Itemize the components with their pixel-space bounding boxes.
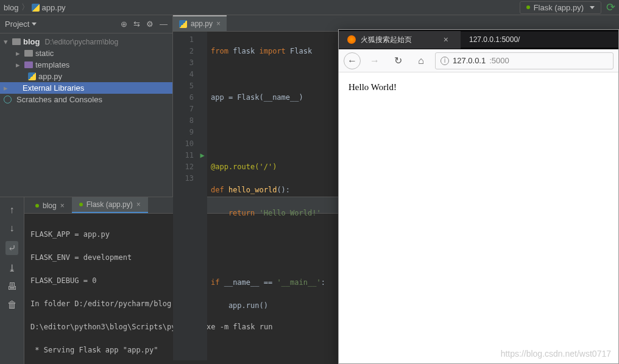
python-file-icon: [28, 72, 36, 80]
site-info-icon[interactable]: i: [440, 57, 449, 65]
chevron-right-icon: 〉: [21, 2, 29, 13]
library-icon: [12, 84, 20, 92]
top-breadcrumb-bar: blog 〉 app.py Flask (app.py) ⟳: [0, 0, 619, 15]
page-body-text: Hello World!: [348, 82, 397, 92]
run-config-label: Flask (app.py): [534, 3, 584, 12]
tree-root-path: D:\editor\pycharm\blog: [44, 38, 118, 46]
watermark-text: https://blog.csdn.net/wst0717: [501, 349, 611, 359]
back-button[interactable]: ←: [344, 52, 361, 69]
python-file-icon: [32, 4, 40, 12]
running-status-icon: [79, 203, 83, 206]
chevron-down-icon: [590, 6, 595, 9]
print-icon[interactable]: 🖶: [7, 281, 17, 292]
address-host: 127.0.0.1: [453, 56, 486, 65]
address-port: :5000: [489, 56, 509, 65]
forward-button[interactable]: →: [366, 52, 384, 70]
editor-tab-app[interactable]: app.py ×: [173, 15, 227, 31]
breadcrumb-root[interactable]: blog: [4, 3, 19, 12]
reload-button[interactable]: ↻: [389, 52, 407, 70]
browser-page-content: Hello World!: [339, 72, 618, 102]
browser-toolbar: ← → ↻ ⌂ i 127.0.0.1:5000: [339, 49, 618, 72]
python-file-icon: [179, 20, 187, 28]
breadcrumb-file-label: app.py: [42, 3, 66, 12]
soft-wrap-icon[interactable]: ⤶: [5, 241, 18, 255]
running-status-icon: [35, 204, 39, 208]
gutter-markers: ▶: [197, 32, 207, 360]
chevron-right-icon: ▸: [16, 60, 22, 69]
breadcrumb: blog 〉 app.py: [4, 2, 66, 13]
address-bar[interactable]: i 127.0.0.1:5000: [435, 52, 614, 69]
project-panel-title[interactable]: Project: [5, 19, 29, 29]
firefox-icon: [347, 35, 356, 44]
project-tool-window: Project ⊕ ⇆ ⚙ — ▾ blog D:\editor\pycharm…: [0, 15, 173, 197]
hide-icon[interactable]: —: [160, 19, 168, 29]
tree-external-libraries-label: External Libraries: [23, 83, 84, 93]
tree-folder-templates[interactable]: ▸ templates: [0, 59, 172, 71]
chevron-right-icon: ▸: [4, 83, 10, 93]
home-button[interactable]: ⌂: [412, 52, 430, 70]
chevron-down-icon[interactable]: [32, 23, 37, 26]
chevron-down-icon: ▾: [4, 37, 10, 46]
close-icon[interactable]: ×: [216, 19, 221, 28]
tree-scratches-label: Scratches and Consoles: [16, 95, 102, 104]
run-sidebar-actions: ↑ ↓ ⤶ ⤓ 🖶 🗑: [0, 197, 24, 364]
run-tab-flask[interactable]: Flask (app.py) ×: [72, 197, 148, 213]
folder-icon: [24, 50, 33, 57]
tree-root-folder[interactable]: ▾ blog D:\editor\pycharm\blog: [0, 36, 172, 47]
browser-tab-localhost[interactable]: 127.0.0.1:5000/: [461, 32, 618, 47]
browser-tab-label: 火狐搜索起始页: [361, 35, 412, 45]
browser-tab-startpage[interactable]: 火狐搜索起始页 ×: [339, 31, 461, 49]
run-configuration-selector[interactable]: Flask (app.py): [520, 1, 601, 14]
locate-icon[interactable]: ⊕: [121, 19, 127, 29]
run-tab-label: Flask (app.py): [87, 200, 133, 209]
tree-folder-label: static: [35, 49, 54, 58]
folder-icon: [12, 38, 21, 45]
tree-folder-label: templates: [35, 60, 69, 69]
browser-tab-label: 127.0.0.1:5000/: [469, 35, 520, 44]
line-number-gutter: 123 456 789 101112 13: [173, 32, 197, 360]
scroll-down-icon[interactable]: ↓: [10, 223, 15, 234]
chevron-right-icon: ▸: [16, 49, 22, 58]
firefox-browser-window: 火狐搜索起始页 × 127.0.0.1:5000/ ← → ↻ ⌂ i 127.…: [338, 29, 619, 364]
tree-file-label: app.py: [38, 72, 62, 81]
scratches-icon: [4, 96, 12, 103]
close-icon[interactable]: ×: [60, 201, 65, 210]
collapse-icon[interactable]: ⇆: [133, 19, 140, 29]
breadcrumb-file[interactable]: app.py: [32, 3, 66, 12]
scroll-up-icon[interactable]: ↑: [10, 205, 15, 215]
run-tab-label: blog: [43, 201, 57, 210]
tree-external-libraries[interactable]: ▸ External Libraries: [0, 82, 172, 94]
scroll-to-end-icon[interactable]: ⤓: [8, 262, 16, 274]
project-panel-header: Project ⊕ ⇆ ⚙ —: [0, 15, 172, 33]
close-icon[interactable]: ×: [444, 35, 448, 44]
gear-icon[interactable]: ⚙: [146, 19, 154, 29]
editor-tab-label: app.py: [191, 19, 213, 28]
running-status-icon: [526, 5, 530, 9]
trash-icon[interactable]: 🗑: [7, 299, 17, 310]
browser-tab-strip: 火狐搜索起始页 × 127.0.0.1:5000/: [339, 30, 618, 49]
run-gutter-icon[interactable]: ▶: [197, 150, 207, 161]
close-icon[interactable]: ×: [136, 200, 141, 209]
project-tree: ▾ blog D:\editor\pycharm\blog ▸ static ▸…: [0, 33, 172, 108]
tree-root-name: blog: [23, 37, 40, 46]
folder-icon: [24, 61, 33, 68]
tree-folder-static[interactable]: ▸ static: [0, 47, 172, 59]
run-tab-blog[interactable]: blog ×: [28, 198, 72, 213]
tree-scratches[interactable]: Scratches and Consoles: [0, 94, 172, 105]
rerun-icon[interactable]: ⟳: [606, 1, 615, 14]
tree-file-app[interactable]: app.py: [0, 71, 172, 82]
